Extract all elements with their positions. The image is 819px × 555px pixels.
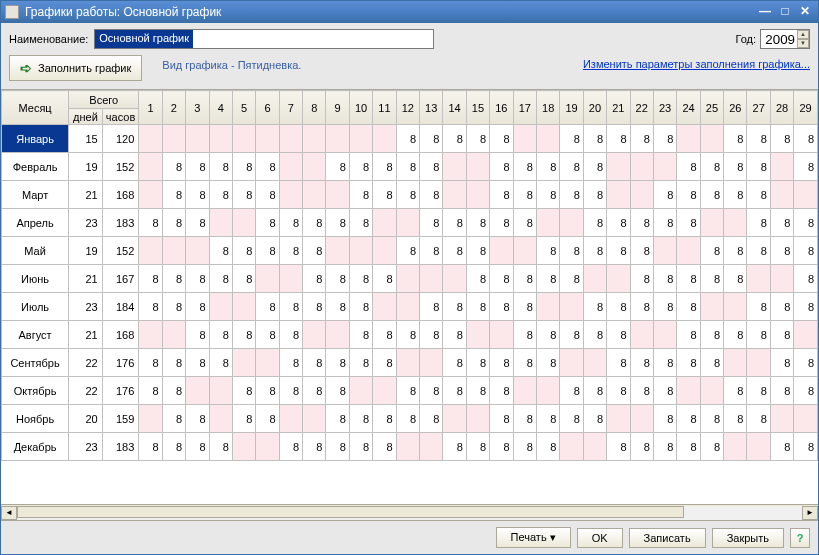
day-cell[interactable]: 8 [139,349,162,377]
day-cell[interactable]: 8 [466,209,489,237]
day-cell[interactable]: 8 [583,209,606,237]
day-cell[interactable]: 8 [349,181,372,209]
day-cell[interactable]: 8 [607,433,630,461]
day-cell[interactable]: 8 [232,237,255,265]
day-cell[interactable] [232,293,255,321]
day-cell[interactable] [139,153,162,181]
day-cell[interactable] [279,181,302,209]
day-cell[interactable]: 8 [677,153,700,181]
day-cell[interactable] [349,125,372,153]
day-cell[interactable] [373,209,396,237]
day-cell[interactable]: 8 [770,125,793,153]
day-cell[interactable]: 8 [560,181,583,209]
day-cell[interactable]: 8 [536,405,559,433]
day-cell[interactable] [607,265,630,293]
day-cell[interactable]: 8 [232,181,255,209]
day-cell[interactable]: 8 [583,153,606,181]
help-button[interactable]: ? [790,528,810,548]
day-cell[interactable] [396,293,419,321]
day-cell[interactable]: 8 [770,433,793,461]
day-cell[interactable]: 8 [513,433,536,461]
day-cell[interactable]: 8 [607,377,630,405]
table-row[interactable]: Ноябрь201598888888888888888888 [2,405,818,433]
day-cell[interactable]: 8 [770,237,793,265]
day-cell[interactable]: 8 [794,433,818,461]
day-cell[interactable]: 8 [490,153,513,181]
day-cell[interactable]: 8 [303,209,326,237]
day-cell[interactable]: 8 [653,181,676,209]
day-cell[interactable]: 8 [303,293,326,321]
day-cell[interactable]: 8 [209,349,232,377]
day-cell[interactable] [653,321,676,349]
day-cell[interactable]: 8 [326,405,349,433]
day-cell[interactable]: 8 [536,153,559,181]
day-cell[interactable]: 8 [209,265,232,293]
day-cell[interactable]: 8 [724,405,747,433]
day-cell[interactable] [373,377,396,405]
day-cell[interactable]: 8 [513,209,536,237]
day-cell[interactable]: 8 [700,433,723,461]
day-cell[interactable] [560,349,583,377]
day-cell[interactable]: 8 [186,209,209,237]
day-cell[interactable]: 8 [326,209,349,237]
day-cell[interactable]: 8 [653,265,676,293]
day-cell[interactable]: 8 [747,377,770,405]
day-cell[interactable]: 8 [373,181,396,209]
day-cell[interactable] [700,293,723,321]
day-cell[interactable]: 8 [303,433,326,461]
day-cell[interactable]: 8 [420,237,443,265]
day-cell[interactable]: 8 [349,293,372,321]
day-cell[interactable] [560,293,583,321]
day-cell[interactable]: 8 [677,433,700,461]
day-cell[interactable]: 8 [770,293,793,321]
day-cell[interactable] [770,153,793,181]
day-cell[interactable]: 8 [770,377,793,405]
day-cell[interactable]: 8 [326,293,349,321]
day-cell[interactable]: 8 [700,349,723,377]
day-cell[interactable]: 8 [653,377,676,405]
day-cell[interactable]: 8 [724,181,747,209]
day-cell[interactable]: 8 [513,153,536,181]
day-cell[interactable] [536,209,559,237]
day-cell[interactable]: 8 [607,349,630,377]
day-cell[interactable]: 8 [630,377,653,405]
day-cell[interactable] [139,237,162,265]
day-cell[interactable] [630,321,653,349]
day-cell[interactable] [396,265,419,293]
day-cell[interactable]: 8 [349,321,372,349]
table-row[interactable]: Февраль1915288888888888888888888 [2,153,818,181]
day-cell[interactable]: 8 [630,237,653,265]
day-cell[interactable]: 8 [326,349,349,377]
day-cell[interactable]: 8 [490,181,513,209]
table-row[interactable]: Октябрь22176888888888888888888888 [2,377,818,405]
change-params-link[interactable]: Изменить параметры заполнения графика... [583,55,810,71]
day-cell[interactable]: 8 [630,209,653,237]
day-cell[interactable] [303,405,326,433]
day-cell[interactable] [443,153,466,181]
day-cell[interactable]: 8 [490,125,513,153]
day-cell[interactable]: 8 [653,349,676,377]
day-cell[interactable] [139,181,162,209]
day-cell[interactable] [396,349,419,377]
day-cell[interactable]: 8 [209,181,232,209]
day-cell[interactable]: 8 [349,405,372,433]
day-cell[interactable]: 8 [747,405,770,433]
day-cell[interactable]: 8 [490,209,513,237]
day-cell[interactable]: 8 [513,265,536,293]
day-cell[interactable] [396,209,419,237]
day-cell[interactable]: 8 [373,405,396,433]
day-cell[interactable]: 8 [209,433,232,461]
day-cell[interactable]: 8 [794,125,818,153]
day-cell[interactable] [770,405,793,433]
day-cell[interactable]: 8 [770,321,793,349]
day-cell[interactable] [420,433,443,461]
day-cell[interactable]: 8 [513,349,536,377]
day-cell[interactable] [513,377,536,405]
day-cell[interactable]: 8 [256,405,279,433]
day-cell[interactable]: 8 [490,265,513,293]
day-cell[interactable]: 8 [420,293,443,321]
day-cell[interactable]: 8 [490,433,513,461]
day-cell[interactable]: 8 [747,125,770,153]
day-cell[interactable]: 8 [279,293,302,321]
day-cell[interactable]: 8 [139,265,162,293]
